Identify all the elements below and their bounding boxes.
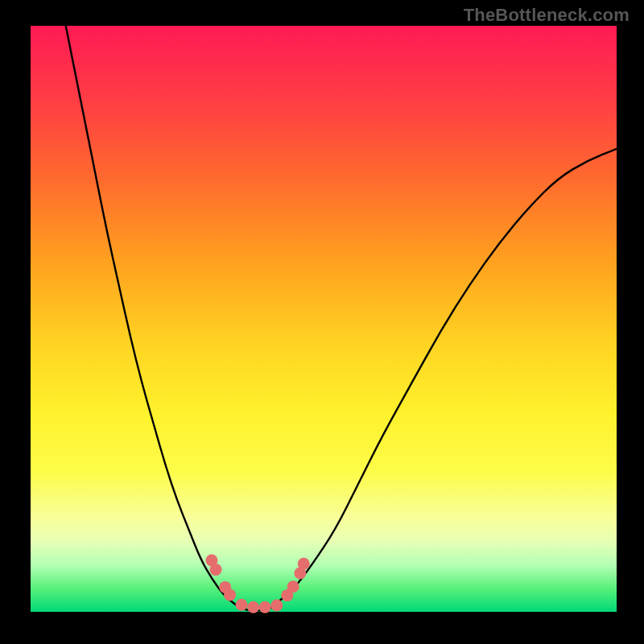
- watermark-text: TheBottleneck.com: [464, 5, 630, 26]
- plot-area: [31, 26, 617, 612]
- dip-marker: [270, 599, 283, 611]
- dip-marker: [298, 558, 310, 570]
- chart-frame: TheBottleneck.com: [0, 0, 644, 644]
- bottleneck-curve: [60, 0, 617, 611]
- dip-marker: [224, 588, 236, 601]
- dip-marker: [259, 601, 271, 613]
- chart-svg: [31, 26, 617, 612]
- dip-marker: [210, 564, 222, 576]
- dip-marker: [236, 599, 248, 611]
- marker-layer: [205, 554, 309, 613]
- dip-marker: [247, 601, 259, 613]
- curve-layer: [60, 0, 617, 611]
- dip-marker: [287, 580, 299, 592]
